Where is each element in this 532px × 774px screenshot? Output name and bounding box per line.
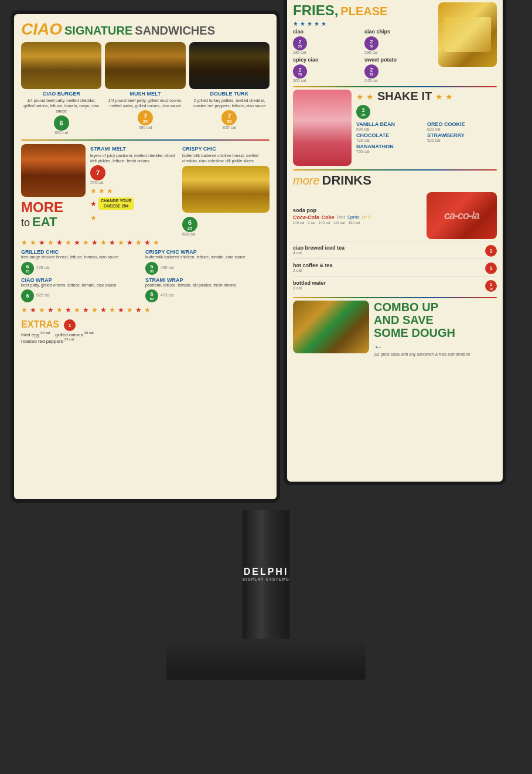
crispy-wrap-price: 550 [145,262,158,275]
grilled-price-row: 625 429 cal [21,260,145,275]
extras-item-1: fried egg 90 cal [21,332,50,337]
mush-melt-desc: 1/4 pound beef patty, grilled mushrooms,… [105,98,185,108]
star-3: ★ [107,187,113,195]
stand-neck: DELPHI DISPLAY SYSTEMS [243,510,289,639]
change-cheese-row: ★ CHANGE YOURCHEESE 25¢ [90,197,178,210]
drink-soda-name: soda pop [293,207,424,213]
wrap-row-2: CIAO WRAP beef patty, grilled onions, le… [21,277,270,302]
grilled-chic-desc: free-range chicken breast, lettuce, toma… [21,255,145,260]
shake-vanilla-name: VANILLA BEAN [356,121,426,127]
shake-section: ★ ★ SHAKE IT ★ ★ 325 VANILLA BEAN 690 ca… [293,90,497,166]
coffee-name: hot coffee & tea [293,262,333,268]
screens-wrapper: CIAO SIGNATURE SANDWICHES CIAO BURGER 1/… [0,0,532,510]
water-name: bottled water [293,280,326,286]
combo-section: CoMBO UP ANd SAVE SOME DOUGH ← 1/2 price… [293,301,497,356]
extras-item-2: grilled onions 25 cal [55,332,93,337]
right-screen: FRIES, PLEASE ★ ★ ★ ★ ★ [284,0,506,485]
change-cheese-badge: CHANGE YOURCHEESE 25¢ [98,197,134,210]
brand-name: DELPHI [243,566,289,577]
fries-ciao-name: ciao [293,29,362,35]
fries-item-sweet: sweet potato 275 245 cal [364,57,434,83]
strami-wrap-price: 650 [145,289,158,302]
signature-word: SIGNATURE [64,24,132,37]
shake-straw: STRAWBERRY 520 cal [427,132,497,142]
shake-oreo-name: OREO COOKIE [427,121,497,127]
strami-section: STRAMI MELT layers of juicy pastrami, me… [90,144,178,236]
drpepper-logo: Dr P [362,214,371,220]
crispy-wrap-desc: buttermilk battered chicken, lettuce, to… [145,255,270,260]
left-screen: CIAO SIGNATURE SANDWICHES CIAO BURGER 1/… [11,11,280,503]
second-row: MORE to EAT STRAMI MELT layers of juicy … [21,144,270,236]
shake-vanilla-cal: 690 cal [356,127,426,131]
combo-arrow-row: ← [374,342,497,352]
coffee-info: hot coffee & tea 2 cal [293,262,333,272]
water-cal: 0 cal [293,286,326,290]
fries-chips-price: 250 [364,36,378,50]
ciao-wrap-name: CIAO WRAP [21,277,145,283]
coke-logo: Coke [322,214,335,220]
double-turk-desc: 2 grilled turkey patties, melted cheddar… [189,98,270,108]
fries-section: FRIES, PLEASE ★ ★ ★ ★ ★ [293,2,497,83]
right-panel: FRIES, PLEASE ★ ★ ★ ★ ★ [287,0,503,482]
ciao-burger-cal: 650 cal [21,131,101,135]
burger-row-top: CIAO BURGER 1/4 pound beef patty, melted… [21,42,270,135]
wrap-col-crispy: CRISPY CHIC WRAP buttermilk battered chi… [145,249,270,274]
strami-name: STRAMI MELT [90,146,178,152]
crispy-price: 625 [182,217,197,232]
fries-grid: ciao 225 185 cal ciao chips 250 290 cal [293,29,434,83]
fries-spicy-name: spicy ciao [293,57,362,63]
left-col: MORE to EAT [21,144,86,236]
grilled-price: 625 [21,262,34,275]
fries-sweet-price: 275 [364,64,378,79]
more-eat-eat: EAT [32,214,57,230]
drinks-section: more DRINKS soda pop Coca-Cola Coke Diet… [293,173,497,294]
star-bottom-1: ★ [90,214,97,222]
combo-title: CoMBO UP ANd SAVE SOME DOUGH [374,301,497,339]
ciao-burger-price: 6 [54,115,69,131]
extras-price: 1 [64,319,76,331]
strami-wrap-price-row: 650 473 cal [145,288,270,302]
kiosk-display: CIAO SIGNATURE SANDWICHES CIAO BURGER 1/… [0,0,532,774]
fries-item-ciao: ciao 225 185 cal [293,29,362,54]
crispy-cal: 680 cal [182,232,270,236]
shake-image [293,90,352,166]
strami-wrap-cal: 473 cal [161,293,174,297]
wrap-row-1: GRILLED CHIC free-range chicken breast, … [21,249,270,274]
left-panel: CIAO SIGNATURE SANDWICHES CIAO BURGER 1/… [14,14,277,499]
diet-logo: Diet [337,214,345,220]
fries-spicy-cal: 205 cal [293,79,362,83]
tea-name: ciao brewed iced tea [293,245,345,251]
strami-price-row: 7 [90,163,178,180]
shake-oreo-cal: 830 cal [427,127,497,131]
sandwiches-word: SANDWICHES [135,24,215,37]
star-2: ★ [98,187,105,195]
double-turk-price: 750 [221,110,237,125]
combo-content: CoMBO UP ANd SAVE SOME DOUGH ← 1/2 price… [374,301,497,356]
more-eat-to: to [21,217,30,229]
extras-title: EXTRAS [21,319,59,330]
wrap-col-ciao: CIAO WRAP beef patty, grilled onions, le… [21,277,145,302]
double-turk-cal: 850 cal [189,125,270,129]
soda-cal-3: 140 cal [319,221,330,224]
fries-please: PLEASE [340,5,387,18]
more-eat-block: MORE to EAT [21,200,86,230]
fries-header: FRIES, PLEASE ★ ★ ★ ★ ★ [293,2,497,83]
star-divider: ★★ ★★ ★★ ★★ ★★ ★★ ★★ ★★ [21,238,270,247]
drink-tea-row: ciao brewed iced tea 4 cal 1 [293,241,497,259]
tea-price: 1 [485,245,497,257]
crispy-name: CRISPY CHIC [182,146,270,152]
crispy-wrap-price-row: 550 490 cal [145,260,270,275]
fries-image [438,2,497,67]
strami-wrap-desc: pastrami, lettuce, tomato, dill pickles,… [145,283,270,288]
ciao-wrap-price-row: 6 522 cal [21,288,145,302]
strami-desc: layers of juicy pastrami, melted cheddar… [90,153,178,163]
soda-cal-5: 160 cal [349,221,360,224]
strami-image [21,144,86,197]
extras-item-3: roasted red peppers 25 cal [21,339,74,344]
shake-choc: CHOCOLATE 720 cal [356,132,426,142]
fries-ciao-cal: 185 cal [293,50,362,54]
star-bottom: ★ [90,212,178,223]
fries-visual [444,17,491,52]
strami-cal: 570 cal [90,180,178,185]
soda-brands: Coca-Cola Coke Diet Sprite Dr P [293,214,424,220]
